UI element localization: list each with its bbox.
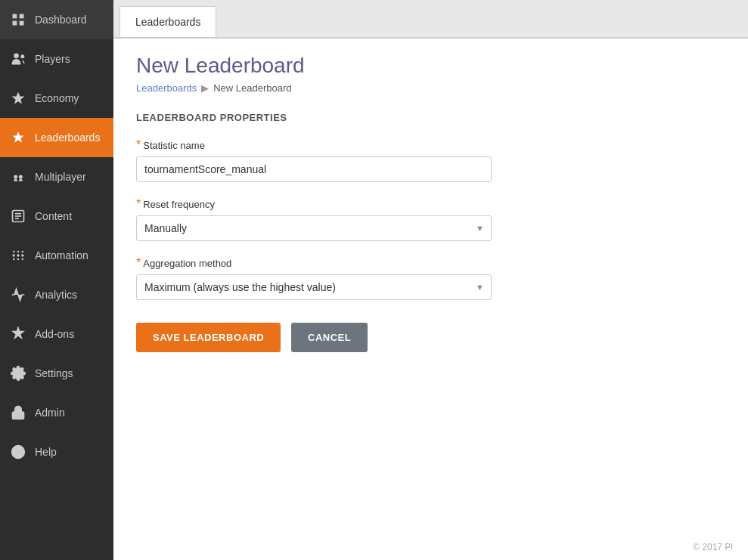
svg-rect-1	[20, 14, 24, 19]
svg-point-21	[22, 258, 24, 261]
breadcrumb: Leaderboards ▶ New Leaderboard	[136, 82, 725, 94]
sidebar-label-multiplayer: Multiplayer	[35, 171, 86, 183]
svg-point-7	[14, 175, 17, 179]
automation-icon	[9, 246, 27, 265]
settings-icon	[9, 364, 27, 382]
multiplayer-icon	[9, 168, 27, 186]
sidebar-label-economy: Economy	[35, 92, 79, 104]
sidebar-label-players: Players	[35, 53, 70, 65]
svg-point-19	[13, 258, 15, 261]
svg-point-18	[22, 251, 24, 253]
required-star-1: *	[136, 138, 141, 152]
form-actions: SAVE LEADERBOARD CANCEL	[136, 323, 725, 352]
economy-icon	[9, 89, 27, 107]
sidebar-label-automation: Automation	[35, 249, 88, 261]
sidebar-label-leaderboards: Leaderboards	[35, 131, 100, 144]
sidebar-item-players[interactable]: Players	[0, 39, 113, 79]
sidebar-label-addons: Add-ons	[35, 328, 74, 340]
statistic-name-label: * Statistic name	[136, 138, 725, 152]
addons-icon	[9, 325, 27, 343]
main-area: Leaderboards New Leaderboard Leaderboard…	[113, 0, 748, 560]
sidebar-item-settings[interactable]: Settings	[0, 354, 113, 393]
admin-icon	[9, 404, 27, 422]
svg-point-4	[14, 54, 19, 59]
svg-point-17	[17, 251, 20, 253]
sidebar-item-help[interactable]: Help	[0, 432, 113, 472]
reset-frequency-group: * Reset frequency Manually Daily Weekly …	[136, 197, 725, 241]
sidebar-label-analytics: Analytics	[35, 289, 77, 301]
svg-point-14	[17, 254, 19, 256]
sidebar-item-content[interactable]: Content	[0, 196, 113, 236]
sidebar-item-dashboard[interactable]: Dashboard	[0, 0, 113, 39]
aggregation-method-select[interactable]: Maximum (always use the highest value) M…	[136, 274, 492, 300]
svg-point-15	[21, 254, 23, 256]
required-star-3: *	[136, 256, 141, 270]
content-icon	[9, 207, 27, 225]
aggregation-method-wrapper: Maximum (always use the highest value) M…	[136, 274, 492, 300]
breadcrumb-current: New Leaderboard	[213, 82, 291, 94]
sidebar-item-admin[interactable]: Admin	[0, 393, 113, 432]
help-icon	[9, 443, 27, 461]
leaderboards-icon	[9, 128, 27, 147]
svg-marker-6	[12, 92, 25, 104]
sidebar-item-analytics[interactable]: Analytics	[0, 275, 113, 314]
sidebar-label-help: Help	[35, 446, 57, 458]
svg-rect-3	[20, 21, 24, 26]
dashboard-icon	[9, 11, 27, 29]
sidebar-label-content: Content	[35, 210, 72, 222]
reset-frequency-label: * Reset frequency	[136, 197, 725, 211]
svg-point-5	[20, 54, 24, 58]
sidebar-item-leaderboards[interactable]: Leaderboards	[0, 118, 113, 157]
aggregation-method-group: * Aggregation method Maximum (always use…	[136, 256, 725, 300]
sidebar-item-multiplayer[interactable]: Multiplayer	[0, 157, 113, 196]
sidebar-item-addons[interactable]: Add-ons	[0, 314, 113, 354]
svg-point-20	[17, 258, 20, 261]
statistic-name-input[interactable]	[136, 156, 492, 182]
sidebar-item-economy[interactable]: Economy	[0, 79, 113, 118]
save-leaderboard-button[interactable]: SAVE LEADERBOARD	[136, 323, 281, 352]
svg-rect-0	[13, 14, 17, 19]
statistic-name-group: * Statistic name	[136, 138, 725, 182]
svg-point-16	[13, 251, 15, 253]
reset-frequency-select[interactable]: Manually Daily Weekly Monthly	[136, 215, 492, 241]
sidebar-label-dashboard: Dashboard	[35, 14, 87, 26]
svg-rect-2	[13, 21, 17, 26]
sidebar-item-automation[interactable]: Automation	[0, 236, 113, 275]
tab-leaderboards[interactable]: Leaderboards	[119, 6, 216, 37]
sidebar: Dashboard Players Economy Leaderboards M…	[0, 0, 113, 560]
breadcrumb-separator: ▶	[201, 82, 209, 94]
sidebar-label-admin: Admin	[35, 407, 65, 419]
page-title: New Leaderboard	[136, 54, 725, 78]
sidebar-label-settings: Settings	[35, 367, 73, 379]
svg-rect-23	[13, 412, 24, 419]
players-icon	[9, 50, 27, 68]
content-area: New Leaderboard Leaderboards ▶ New Leade…	[113, 39, 748, 560]
analytics-icon	[9, 286, 27, 304]
required-star-2: *	[136, 197, 141, 211]
section-title: LEADERBOARD PROPERTIES	[136, 112, 725, 123]
reset-frequency-wrapper: Manually Daily Weekly Monthly	[136, 215, 492, 241]
footer-text: © 2017 Pl	[693, 542, 733, 552]
svg-point-8	[19, 175, 23, 179]
cancel-button[interactable]: CANCEL	[291, 323, 368, 352]
breadcrumb-link[interactable]: Leaderboards	[136, 82, 197, 94]
aggregation-method-label: * Aggregation method	[136, 256, 725, 270]
svg-point-13	[13, 254, 15, 256]
tab-bar: Leaderboards	[113, 0, 748, 39]
